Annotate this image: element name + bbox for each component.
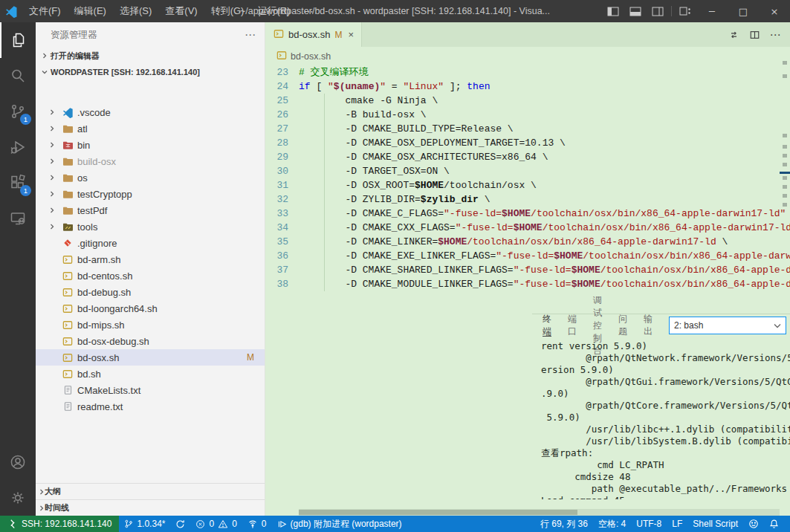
tree-item-testPdf[interactable]: testPdf (36, 202, 265, 218)
status-sync[interactable] (170, 516, 190, 532)
line-number: 25 (266, 94, 299, 108)
code-text: -D CMAKE_C_FLAGS="-fuse-ld=$HOME/toolcha… (299, 207, 790, 221)
panel-tab-4[interactable]: 输出 (644, 314, 653, 337)
close-button[interactable]: × (759, 0, 790, 22)
tree-item-os[interactable]: os (36, 169, 265, 186)
tree-item-readme.txt[interactable]: readme.txt (36, 398, 265, 415)
open-editors-section[interactable]: 打开的编辑器 (36, 48, 265, 64)
tree-item-.vscode[interactable]: .vscode (36, 104, 265, 120)
terminal-output[interactable]: rent version 5.9.0) @rpath/QtNetwork.fra… (532, 337, 790, 499)
line-number: 24 (266, 80, 299, 94)
menu-item-1[interactable]: 编辑(E) (68, 0, 113, 22)
code-editor[interactable]: 23# 交叉编译环境24if [ "$(uname)" = "Linux" ];… (266, 65, 790, 291)
status-right-item-4[interactable]: Shell Script (687, 516, 743, 532)
overview-change-mark (783, 203, 787, 207)
activity-remote-explorer-button[interactable] (0, 201, 36, 236)
activity-extensions-button[interactable]: 1 (0, 165, 36, 201)
tree-item-bd-arm.sh[interactable]: bd-arm.sh (36, 251, 265, 267)
activity-search-button[interactable] (0, 58, 36, 94)
horizontal-scrollbar[interactable] (299, 509, 780, 516)
modified-badge: M (247, 352, 254, 363)
toggle-sidebar-icon[interactable] (602, 0, 624, 22)
tree-item-bin[interactable]: bin (36, 137, 265, 153)
code-text: -D TARGET_OSX=ON \ (299, 164, 450, 178)
activity-run-debug-button[interactable] (0, 129, 36, 165)
settings-gear-icon[interactable] (0, 480, 36, 516)
menu-item-0[interactable]: 文件(F) (22, 0, 68, 22)
terminal-line: path @executable_path/../Frameworks (off… (541, 483, 790, 495)
tree-item-CMakeLists.txt[interactable]: CMakeLists.txt (36, 382, 265, 398)
panel-tab-1[interactable]: 端口 (568, 314, 577, 337)
overview-ruler[interactable] (780, 22, 790, 248)
tab-close-icon[interactable]: × (348, 29, 354, 40)
status-label: LF (672, 519, 682, 529)
terminal-line: @rpath/QtCore.framework/Versions/5/QtCor… (541, 400, 790, 412)
split-editor-icon[interactable] (745, 26, 763, 44)
panel-tab-0[interactable]: 终端 (543, 314, 551, 337)
activity-explorer-button[interactable] (0, 22, 36, 58)
breadcrumb-file[interactable]: bd-osx.sh (291, 51, 331, 62)
tab-bd-osx-sh[interactable]: bd-osx.sh M × (266, 22, 362, 47)
workspace-section[interactable]: WORDPASTER [SSH: 192.168.141.140] (36, 64, 265, 80)
tree-item-testCryptopp[interactable]: testCryptopp (36, 186, 265, 202)
minimize-button[interactable]: ─ (696, 0, 728, 22)
status-right-item-2[interactable]: UTF-8 (631, 516, 667, 532)
tree-item-bd.sh[interactable]: bd.sh (36, 366, 265, 382)
tree-item-build-osx[interactable]: build-osx (36, 153, 265, 169)
status-right-item-3[interactable]: LF (667, 516, 687, 532)
code-token: -D CMAKE_BUILD_TYPE=Release \ (299, 123, 514, 134)
tree-item-bd-debug.sh[interactable]: bd-debug.sh (36, 284, 265, 300)
tree-item-bd-centos.sh[interactable]: bd-centos.sh (36, 267, 265, 284)
code-text: -D CMAKE_OSX_ARCHITECTURES=x86_64 \ (299, 150, 548, 164)
shell-file-icon (276, 51, 287, 62)
tree-item-bd-loongarch64.sh[interactable]: bd-loongarch64.sh (36, 300, 265, 317)
timeline-section[interactable]: 时间线 (36, 499, 265, 516)
panel-tab-2[interactable]: 调试控制台 (593, 314, 602, 337)
menu-item-2[interactable]: 选择(S) (113, 0, 158, 22)
tree-item-bd-osx.sh[interactable]: bd-osx.shM (36, 349, 265, 366)
code-line: 34 -D CMAKE_CXX_FLAGS="-fuse-ld=$HOME/to… (266, 221, 790, 235)
chevron-down-icon (774, 323, 781, 328)
tree-item-label: os (77, 172, 88, 184)
terminal-shell-select[interactable]: 2: bash (669, 317, 786, 334)
toggle-secondary-sidebar-icon[interactable] (647, 0, 669, 22)
tree-item-bd-mips.sh[interactable]: bd-mips.sh (36, 317, 265, 333)
bell-icon (769, 519, 779, 529)
status-remote[interactable]: SSH: 192.168.141.140 (0, 516, 119, 532)
status-right-feedback[interactable] (743, 516, 764, 532)
tree-item-label: atl (77, 123, 88, 134)
customize-layout-icon[interactable] (674, 0, 696, 22)
status-right-bell[interactable] (764, 516, 784, 532)
code-token: -D CMAKE_SHARED_LINKER_FLAGS= (299, 265, 514, 276)
breadcrumb[interactable]: bd-osx.sh (266, 47, 790, 65)
status-antenna[interactable]: 0 (242, 516, 272, 532)
status-errwarn[interactable]: 00 (190, 516, 242, 532)
code-token: -D OSX_ROOT= (299, 180, 415, 191)
open-changes-icon[interactable] (725, 26, 742, 44)
toggle-panel-icon[interactable] (624, 0, 647, 22)
code-token: if (299, 81, 311, 92)
shell-icon (61, 351, 74, 363)
tree-item-.gitignore[interactable]: .gitignore (36, 235, 265, 251)
accounts-icon[interactable] (0, 444, 36, 480)
status-right-item-1[interactable]: 空格: 4 (593, 516, 631, 532)
activity-source-control-button[interactable]: 1 (0, 94, 36, 129)
status-branch[interactable]: 1.0.34* (119, 516, 170, 532)
scrollbar-thumb[interactable] (299, 510, 577, 515)
shell-icon (61, 368, 74, 380)
shell-icon (61, 302, 74, 314)
panel-tab-3[interactable]: 问题 (618, 314, 627, 337)
status-debug[interactable]: (gdb) 附加进程 (wordpaster) (272, 516, 407, 532)
menu-item-3[interactable]: 查看(V) (158, 0, 204, 22)
sidebar-more-actions-icon[interactable]: ⋯ (245, 28, 256, 42)
status-label: 行 69, 列 36 (540, 518, 588, 531)
status-right-item-0[interactable]: 行 69, 列 36 (535, 516, 593, 532)
tree-item-tools[interactable]: tools (36, 218, 265, 235)
maximize-button[interactable]: □ (728, 0, 759, 22)
code-token: $HOME (514, 222, 543, 233)
line-number: 34 (266, 221, 299, 235)
tree-item-atl[interactable]: atl (36, 120, 265, 137)
outline-section[interactable]: 大纲 (36, 483, 265, 499)
tree-item-bd-osx-debug.sh[interactable]: bd-osx-debug.sh (36, 333, 265, 349)
line-number: 37 (266, 263, 299, 277)
